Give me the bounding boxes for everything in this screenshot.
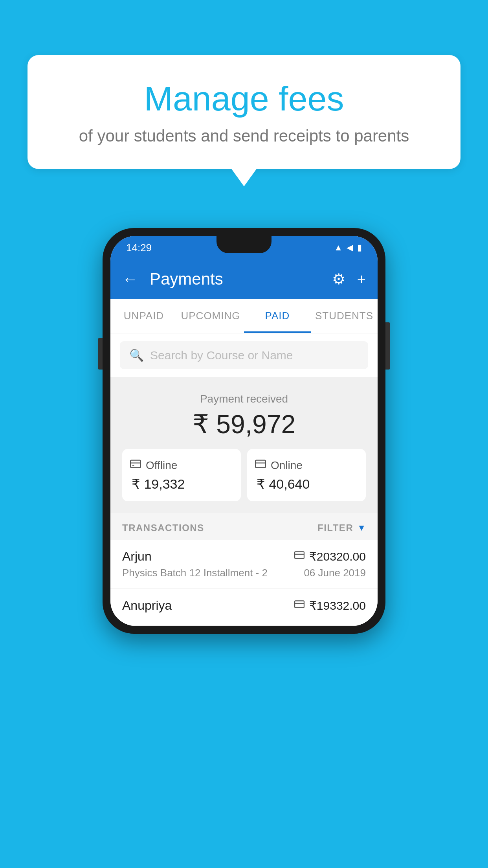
transaction-name: Anupriya bbox=[122, 598, 172, 613]
transaction-card-icon bbox=[294, 550, 305, 563]
transaction-desc: Physics Batch 12 Installment - 2 bbox=[122, 567, 268, 579]
offline-amount: ₹ 19,332 bbox=[130, 476, 233, 492]
online-card: Online ₹ 40,640 bbox=[247, 449, 366, 501]
add-icon[interactable]: + bbox=[357, 271, 366, 288]
battery-icon: ▮ bbox=[357, 243, 362, 253]
status-icons: ▲ ◀ ▮ bbox=[334, 243, 362, 253]
filter-label: FILTER bbox=[317, 522, 353, 533]
status-time: 14:29 bbox=[126, 242, 152, 254]
bubble-subtitle: of your students and send receipts to pa… bbox=[59, 127, 429, 145]
bubble-title: Manage fees bbox=[59, 79, 429, 119]
transaction-top: Anupriya ₹19332.00 bbox=[122, 598, 366, 613]
phone-outer: 14:29 ▲ ◀ ▮ ← Payments ⚙ + UNPAID bbox=[103, 228, 385, 634]
wifi-icon: ▲ bbox=[334, 243, 343, 253]
svg-rect-3 bbox=[255, 460, 266, 468]
notch bbox=[216, 236, 272, 253]
transaction-amount-row: ₹19332.00 bbox=[294, 599, 366, 612]
transactions-label: TRANSACTIONS bbox=[122, 522, 204, 533]
app-bar-actions: ⚙ + bbox=[332, 270, 366, 288]
svg-rect-7 bbox=[295, 601, 304, 607]
phone-container: 14:29 ▲ ◀ ▮ ← Payments ⚙ + UNPAID bbox=[103, 228, 385, 634]
signal-icon: ◀ bbox=[347, 243, 353, 253]
tab-paid[interactable]: PAID bbox=[244, 299, 311, 333]
transaction-amount: ₹19332.00 bbox=[309, 599, 366, 612]
search-placeholder: Search by Course or Name bbox=[150, 349, 293, 362]
transaction-row[interactable]: Anupriya ₹19332.00 bbox=[110, 589, 378, 626]
transaction-bottom: Physics Batch 12 Installment - 2 06 June… bbox=[122, 567, 366, 579]
search-bar[interactable]: 🔍 Search by Course or Name bbox=[120, 341, 368, 369]
offline-icon bbox=[130, 458, 141, 472]
transaction-amount-row: ₹20320.00 bbox=[294, 550, 366, 563]
speech-bubble-container: Manage fees of your students and send re… bbox=[28, 55, 460, 169]
transaction-row[interactable]: Arjun ₹20320.00 Physics Batch 12 Install… bbox=[110, 540, 378, 589]
app-bar-title: Payments bbox=[150, 270, 324, 289]
online-amount: ₹ 40,640 bbox=[255, 476, 358, 492]
app-bar: ← Payments ⚙ + bbox=[110, 259, 378, 299]
back-button[interactable]: ← bbox=[122, 270, 138, 288]
payment-received: Payment received ₹ 59,972 bbox=[110, 377, 378, 513]
payment-received-amount: ₹ 59,972 bbox=[118, 409, 370, 440]
phone-screen: 14:29 ▲ ◀ ▮ ← Payments ⚙ + UNPAID bbox=[110, 236, 378, 626]
transaction-top: Arjun ₹20320.00 bbox=[122, 549, 366, 564]
offline-label: Offline bbox=[146, 459, 177, 472]
filter-icon: ▼ bbox=[357, 523, 366, 533]
svg-rect-0 bbox=[130, 460, 141, 468]
online-label: Online bbox=[271, 459, 303, 472]
status-bar: 14:29 ▲ ◀ ▮ bbox=[110, 236, 378, 259]
transaction-card-icon bbox=[294, 599, 305, 612]
payment-cards: Offline ₹ 19,332 bbox=[118, 449, 370, 501]
transaction-name: Arjun bbox=[122, 549, 152, 564]
filter-row[interactable]: FILTER ▼ bbox=[317, 522, 366, 533]
payment-received-label: Payment received bbox=[118, 393, 370, 405]
transaction-date: 06 June 2019 bbox=[304, 567, 366, 579]
search-icon: 🔍 bbox=[129, 348, 144, 362]
online-icon bbox=[255, 458, 266, 472]
svg-rect-5 bbox=[295, 552, 304, 558]
speech-bubble: Manage fees of your students and send re… bbox=[28, 55, 460, 169]
transactions-header: TRANSACTIONS FILTER ▼ bbox=[110, 513, 378, 540]
tab-students[interactable]: STUDENTS bbox=[311, 299, 378, 333]
transaction-amount: ₹20320.00 bbox=[309, 550, 366, 563]
search-container: 🔍 Search by Course or Name bbox=[110, 333, 378, 377]
online-card-type-row: Online bbox=[255, 458, 358, 472]
settings-icon[interactable]: ⚙ bbox=[332, 270, 345, 288]
tab-unpaid[interactable]: UNPAID bbox=[110, 299, 177, 333]
offline-card-type-row: Offline bbox=[130, 458, 233, 472]
tab-upcoming[interactable]: UPCOMING bbox=[177, 299, 244, 333]
tabs-container: UNPAID UPCOMING PAID STUDENTS bbox=[110, 299, 378, 333]
offline-card: Offline ₹ 19,332 bbox=[122, 449, 241, 501]
